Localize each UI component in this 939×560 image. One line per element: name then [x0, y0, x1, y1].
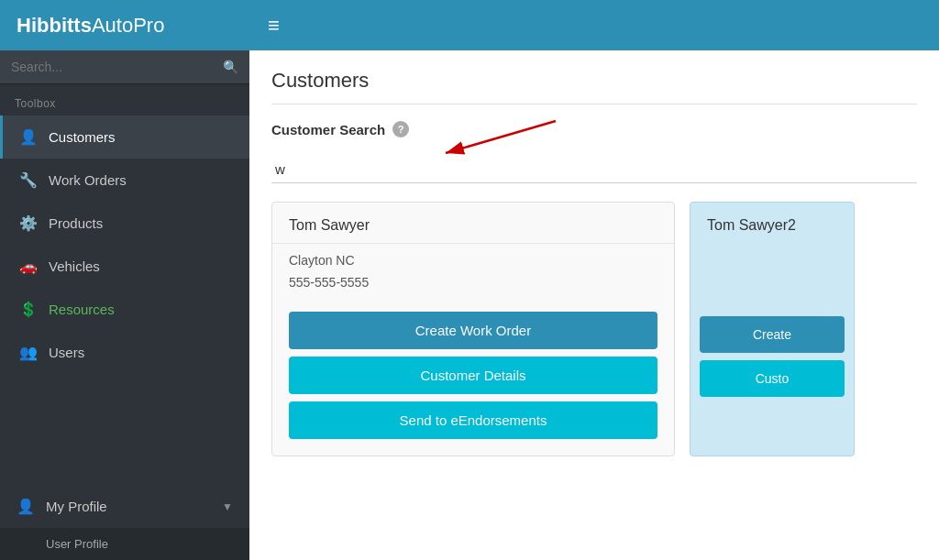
brand-text: HibbittsAutoPro: [17, 14, 164, 38]
search-icon: 🔍: [223, 60, 238, 74]
send-endorsements-button[interactable]: Send to eEndorsements: [289, 401, 657, 439]
my-profile-icon: 👤: [17, 498, 35, 515]
sidebar-item-label: Customers: [49, 129, 233, 145]
cards-container: Tom Sawyer Clayton NC 555-555-5555 Creat…: [271, 202, 917, 456]
brand-area: HibbittsAutoPro: [0, 14, 249, 38]
customer-search-input[interactable]: [271, 156, 917, 183]
sidebar-item-products[interactable]: ⚙️ Products: [0, 202, 249, 245]
card-buttons: Create Work Order Customer Details Send …: [272, 302, 674, 456]
sidebar-item-label: Vehicles: [49, 258, 233, 274]
customer-phone: 555-555-5555: [272, 271, 674, 302]
top-header: HibbittsAutoPro ≡: [0, 0, 939, 50]
chevron-down-icon: ▼: [222, 500, 233, 513]
sidebar-item-users[interactable]: 👥 Users: [0, 331, 249, 374]
customer-name-partial: Tom Sawyer2: [690, 203, 854, 243]
users-icon: 👥: [19, 344, 38, 361]
main-layout: 🔍 Toolbox 👤 Customers 🔧 Work Orders ⚙️ P…: [0, 50, 939, 560]
sidebar-item-label: Users: [49, 345, 233, 360]
custo-button-partial[interactable]: Custo: [700, 360, 845, 397]
toolbox-label: Toolbox: [0, 84, 249, 115]
create-work-order-button[interactable]: Create Work Order: [289, 312, 657, 349]
customer-name: Tom Sawyer: [272, 203, 674, 244]
sidebar-item-vehicles[interactable]: 🚗 Vehicles: [0, 245, 249, 288]
products-icon: ⚙️: [19, 214, 38, 232]
search-input[interactable]: [11, 60, 223, 74]
sidebar-search-bar: 🔍: [0, 50, 249, 84]
sidebar-item-label: Resources: [49, 302, 233, 317]
customer-city: Clayton NC: [272, 244, 674, 271]
sidebar-item-label: Work Orders: [49, 172, 233, 188]
sidebar-item-label: Products: [49, 215, 233, 231]
customer-details-button[interactable]: Customer Details: [289, 357, 657, 394]
sidebar-item-resources[interactable]: 💲 Resources: [0, 288, 249, 331]
sidebar-item-work-orders[interactable]: 🔧 Work Orders: [0, 159, 249, 202]
sidebar-item-customers[interactable]: 👤 Customers: [0, 115, 249, 159]
customers-icon: 👤: [19, 128, 38, 146]
help-icon[interactable]: ?: [392, 121, 409, 137]
customer-search-label: Customer Search ?: [271, 121, 409, 137]
page-title: Customers: [271, 69, 917, 104]
partial-card-buttons: Create Custo: [690, 243, 854, 406]
create-button-partial[interactable]: Create: [700, 316, 845, 353]
customer-card-tom-sawyer: Tom Sawyer Clayton NC 555-555-5555 Creat…: [271, 202, 675, 456]
sidebar: 🔍 Toolbox 👤 Customers 🔧 Work Orders ⚙️ P…: [0, 50, 249, 560]
sidebar-item-my-profile[interactable]: 👤 My Profile ▼: [0, 485, 249, 528]
work-orders-icon: 🔧: [19, 171, 38, 189]
content-area: Customers Customer Search ?: [249, 50, 939, 560]
user-profile-sub-item[interactable]: User Profile: [0, 528, 249, 560]
svg-line-1: [446, 121, 556, 153]
hamburger-menu-icon[interactable]: ≡: [249, 14, 280, 38]
resources-icon: 💲: [19, 301, 38, 318]
my-profile-label: My Profile: [46, 499, 211, 514]
vehicles-icon: 🚗: [19, 258, 38, 275]
customer-card-tom-sawyer2: Tom Sawyer2 Create Custo: [690, 202, 855, 456]
